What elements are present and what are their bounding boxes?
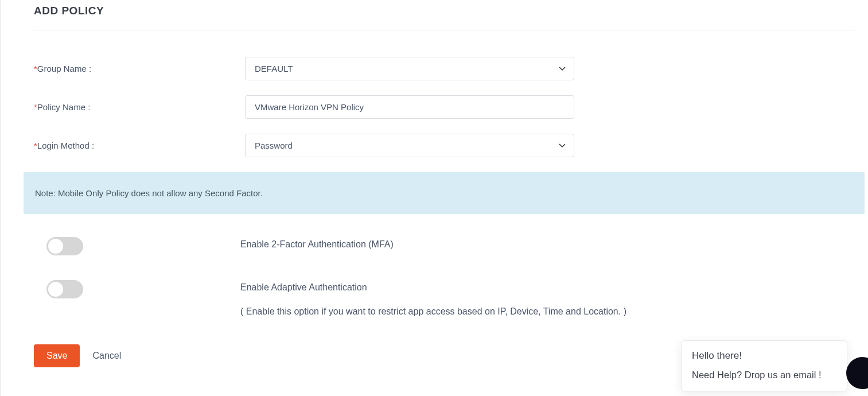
adaptive-toggle-label: Enable Adaptive Authentication	[240, 280, 626, 293]
adaptive-toggle[interactable]	[46, 280, 83, 298]
cancel-button[interactable]: Cancel	[92, 351, 121, 361]
policy-name-input[interactable]	[245, 95, 574, 119]
toggle-knob	[48, 282, 63, 297]
note-box: Note: Mobile Only Policy does not allow …	[24, 172, 865, 214]
page-title: ADD POLICY	[34, 5, 868, 17]
row-policy-name: *Policy Name :	[34, 95, 868, 119]
login-method-label-text: Login Method :	[37, 141, 94, 150]
help-popup: Hello there! Need Help? Drop us an email…	[681, 340, 847, 391]
row-group-name: *Group Name : DEFAULT	[34, 57, 868, 80]
toggle-knob	[48, 239, 63, 254]
save-button[interactable]: Save	[34, 344, 80, 367]
help-greeting: Hello there!	[692, 350, 836, 362]
adaptive-toggle-hint: ( Enable this option if you want to rest…	[240, 306, 626, 317]
group-name-select[interactable]: DEFAULT	[245, 57, 574, 80]
login-method-select[interactable]: Password	[245, 134, 574, 157]
add-policy-panel: ADD POLICY *Group Name : DEFAULT *Policy…	[0, 0, 868, 396]
mfa-toggle[interactable]	[46, 237, 83, 255]
mfa-toggle-label: Enable 2-Factor Authentication (MFA)	[240, 237, 394, 250]
group-name-label-text: Group Name :	[37, 64, 91, 73]
policy-name-label-text: Policy Name :	[37, 102, 91, 112]
row-login-method: *Login Method : Password	[34, 134, 868, 157]
row-adaptive-toggle: Enable Adaptive Authentication ( Enable …	[34, 280, 868, 317]
login-method-label: *Login Method :	[34, 141, 245, 150]
group-name-label: *Group Name :	[34, 64, 245, 73]
row-mfa-toggle: Enable 2-Factor Authentication (MFA)	[34, 237, 868, 257]
divider	[34, 30, 854, 30]
help-prompt: Need Help? Drop us an email !	[692, 370, 836, 381]
policy-name-label: *Policy Name :	[34, 102, 245, 112]
